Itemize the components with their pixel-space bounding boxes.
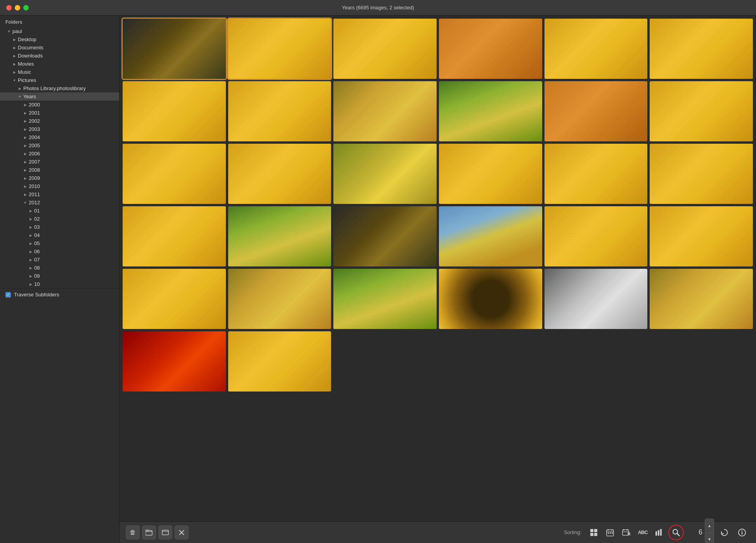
tree-arrow-y2007[interactable]: ▶ [22,160,29,164]
tree-arrow-m02[interactable]: ▶ [27,217,34,221]
calendar-view-button[interactable] [603,526,617,540]
tree-arrow-photos-library[interactable]: ▶ [16,87,23,90]
image-cell[interactable] [123,81,226,141]
tree-arrow-years[interactable]: ▼ [16,95,23,99]
tree-arrow-pictures[interactable]: ▼ [11,78,18,82]
sidebar-item-m05[interactable]: ▶05 [0,239,119,247]
sidebar-item-desktop[interactable]: ▶Desktop [0,35,119,44]
tree-arrow-y2002[interactable]: ▶ [22,119,29,123]
search-button[interactable] [668,525,684,540]
tree-arrow-m08[interactable]: ▶ [27,266,34,270]
tree-arrow-movies[interactable]: ▶ [11,62,18,66]
frame-button[interactable] [158,526,172,540]
image-cell[interactable] [228,144,331,204]
grid-view-button[interactable] [587,526,601,540]
tree-arrow-m07[interactable]: ▶ [27,258,34,262]
sidebar-item-documents[interactable]: ▶Documents [0,44,119,52]
sidebar-item-music[interactable]: ▶Music [0,68,119,76]
sidebar-item-y2004[interactable]: ▶2004 [0,133,119,141]
tree-arrow-y2010[interactable]: ▶ [22,184,29,188]
tree-arrow-y2008[interactable]: ▶ [22,168,29,172]
image-cell[interactable] [123,144,226,204]
image-cell[interactable] [439,81,542,141]
sidebar-item-years[interactable]: ▼Years [0,92,119,101]
sidebar-item-y2008[interactable]: ▶2008 [0,166,119,174]
tree-arrow-paul[interactable]: ▼ [5,30,12,33]
image-cell[interactable] [228,269,331,329]
image-cell[interactable] [228,19,331,79]
traverse-checkbox[interactable]: ✓ [5,292,11,298]
info-button[interactable] [734,525,750,540]
size-sort-button[interactable] [652,526,666,540]
image-cell[interactable] [228,331,331,392]
image-cell[interactable] [123,19,226,79]
sidebar-item-m10[interactable]: ▶10 [0,280,119,288]
decrement-button[interactable]: ▼ [705,533,714,543]
sidebar-item-m01[interactable]: ▶01 [0,207,119,215]
tree-arrow-y2005[interactable]: ▶ [22,144,29,148]
tree-arrow-y2001[interactable]: ▶ [22,111,29,115]
tree-arrow-m01[interactable]: ▶ [27,209,34,213]
sidebar-item-movies[interactable]: ▶Movies [0,60,119,68]
minimize-button[interactable] [15,5,20,10]
image-cell[interactable] [650,269,753,329]
image-cell[interactable] [333,206,437,266]
sidebar-item-m08[interactable]: ▶08 [0,264,119,272]
sidebar-item-y2012[interactable]: ▼2012 [0,198,119,207]
sidebar-item-y2007[interactable]: ▶2007 [0,158,119,166]
sidebar-item-photos-library[interactable]: ▶Photos Library.photoslibrary [0,84,119,92]
sidebar-item-paul[interactable]: ▼paul [0,27,119,35]
sidebar-item-m07[interactable]: ▶07 [0,256,119,264]
refresh-button[interactable] [716,525,732,540]
sidebar-item-y2005[interactable]: ▶2005 [0,141,119,150]
tree-arrow-y2004[interactable]: ▶ [22,136,29,139]
folder-button[interactable] [142,526,156,540]
tree-arrow-desktop[interactable]: ▶ [11,38,18,42]
increment-button[interactable]: ▲ [705,519,714,533]
tree-arrow-y2000[interactable]: ▶ [22,103,29,107]
sidebar-item-m02[interactable]: ▶02 [0,215,119,223]
tree-arrow-m10[interactable]: ▶ [27,282,34,286]
date-sort-button[interactable] [619,526,633,540]
image-cell[interactable] [333,19,437,79]
image-cell[interactable] [228,81,331,141]
tree-arrow-y2011[interactable]: ▶ [22,193,29,197]
image-cell[interactable] [333,144,437,204]
image-cell[interactable] [123,206,226,266]
tree-arrow-y2006[interactable]: ▶ [22,152,29,156]
image-cell[interactable] [333,269,437,329]
sidebar-item-y2009[interactable]: ▶2009 [0,174,119,182]
image-cell[interactable] [650,206,753,266]
tree-arrow-documents[interactable]: ▶ [11,46,18,50]
sidebar-item-y2006[interactable]: ▶2006 [0,150,119,158]
image-cell[interactable] [544,269,648,329]
sidebar-item-m06[interactable]: ▶06 [0,247,119,256]
tree-arrow-m06[interactable]: ▶ [27,250,34,254]
image-cell[interactable] [544,206,648,266]
name-sort-button[interactable]: ABC [636,526,650,540]
tree-arrow-music[interactable]: ▶ [11,70,18,74]
count-stepper[interactable]: ▲ ▼ [705,519,714,543]
sidebar-item-y2003[interactable]: ▶2003 [0,125,119,133]
image-cell[interactable] [544,81,648,141]
sidebar-item-y2000[interactable]: ▶2000 [0,101,119,109]
image-cell[interactable] [650,144,753,204]
tree-arrow-m05[interactable]: ▶ [27,242,34,245]
image-cell[interactable] [228,206,331,266]
sidebar-item-downloads[interactable]: ▶Downloads [0,52,119,60]
sidebar-item-pictures[interactable]: ▼Pictures [0,76,119,84]
sidebar-item-y2002[interactable]: ▶2002 [0,117,119,125]
sidebar-item-m09[interactable]: ▶09 [0,272,119,280]
image-cell[interactable] [439,206,542,266]
image-cell[interactable] [439,269,542,329]
close-button[interactable] [6,5,12,10]
delete-button[interactable]: 🗑 [126,526,140,540]
maximize-button[interactable] [23,5,29,10]
image-cell[interactable] [123,269,226,329]
sidebar-item-y2011[interactable]: ▶2011 [0,190,119,198]
sidebar-item-m03[interactable]: ▶03 [0,223,119,231]
tree-arrow-y2012[interactable]: ▼ [22,201,29,205]
tree-arrow-m04[interactable]: ▶ [27,233,34,237]
sidebar-item-y2010[interactable]: ▶2010 [0,182,119,190]
image-cell[interactable] [439,19,542,79]
